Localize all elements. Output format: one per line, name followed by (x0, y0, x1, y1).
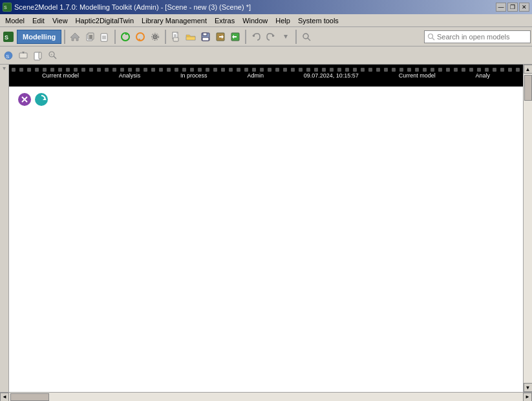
t2-icon1-button[interactable]: S (1, 48, 16, 63)
toolbar-sep-5 (295, 30, 297, 44)
svg-point-33 (303, 34, 308, 39)
teal-circle-button[interactable] (35, 93, 48, 106)
film-label-analysis: Analysis (119, 72, 141, 79)
hscroll-thumb[interactable] (10, 393, 49, 401)
undo-button[interactable] (249, 30, 263, 44)
toolbar-nav2-group (249, 30, 293, 44)
arrow-down-button[interactable] (279, 30, 293, 44)
title-controls[interactable]: — ❐ ✕ (496, 3, 529, 12)
scroll-track[interactable] (524, 74, 533, 383)
svg-line-45 (54, 56, 56, 59)
svg-line-34 (308, 38, 310, 41)
menu-haptic2digitaltwin[interactable]: Haptic2DigitalTwin (72, 15, 138, 26)
canvas-body (9, 87, 523, 392)
svg-rect-39 (19, 53, 27, 58)
toolbar-refresh-group (118, 30, 162, 44)
film-strip: Current model Analysis In process Admin … (9, 65, 523, 87)
svg-point-18 (154, 36, 156, 37)
menu-bar: Model Edit View Haptic2DigitalTwin Libra… (0, 14, 532, 27)
svg-rect-24 (186, 37, 195, 40)
svg-rect-26 (203, 33, 207, 36)
film-label-current-model2: Current model (399, 72, 436, 79)
toolbar-nav-group (68, 30, 112, 44)
scroll-right-button[interactable]: ► (523, 393, 532, 402)
svg-rect-43 (39, 52, 41, 59)
t2-icon4-button[interactable]: + (46, 48, 60, 63)
modelling-button[interactable]: Modelling (17, 30, 61, 44)
film-label-analy: Analy (475, 72, 490, 79)
scroll-down-button[interactable]: ▼ (524, 383, 533, 392)
menu-model[interactable]: Model (1, 15, 28, 26)
toolbar2-group: S + (1, 48, 60, 63)
scroll-thumb[interactable] (524, 75, 532, 101)
refresh-orange-button[interactable] (133, 30, 147, 44)
menu-help[interactable]: Help (271, 15, 294, 26)
scroll-up-button[interactable]: ▲ (524, 65, 533, 74)
import-button[interactable] (228, 30, 242, 44)
toolbar-sep-4 (245, 30, 246, 44)
minimize-button[interactable]: — (496, 3, 506, 12)
title-bar: S Scene2Model 1.7.0: Modelling Toolkit (… (0, 0, 532, 14)
film-label-admin: Admin (247, 72, 264, 79)
hscroll-track[interactable] (9, 393, 523, 402)
gear-button[interactable] (148, 30, 162, 44)
film-label-datetime: 09.07.2024, 10:15:57 (304, 72, 359, 79)
film-label-current-model: Current model (42, 72, 79, 79)
menu-extras[interactable]: Extras (211, 15, 239, 26)
svg-marker-32 (284, 35, 288, 39)
svg-text:S: S (4, 5, 7, 10)
copy-button[interactable] (83, 30, 97, 44)
close-button[interactable]: ✕ (519, 3, 529, 12)
toolbar-2: S + (0, 46, 532, 65)
save-button[interactable] (198, 30, 213, 44)
film-label-in-process: In process (180, 72, 207, 79)
menu-window[interactable]: Window (239, 15, 271, 26)
t2-icon2-button[interactable] (16, 48, 30, 63)
page-icon-button[interactable] (169, 30, 183, 44)
restore-button[interactable]: ❐ (507, 3, 518, 12)
window-title: Scene2Model 1.7.0: Modelling Toolkit (Ad… (14, 3, 251, 11)
search-magnifier-button[interactable] (299, 30, 314, 44)
left-bar-scroll-up[interactable]: ▲ (1, 66, 7, 72)
svg-rect-23 (173, 37, 178, 41)
title-bar-left: S Scene2Model 1.7.0: Modelling Toolkit (… (3, 3, 251, 12)
canvas-container: Current model Analysis In process Admin … (9, 65, 523, 392)
svg-point-35 (429, 34, 433, 38)
svg-text:S: S (5, 34, 8, 41)
main-wrapper: ▲ (0, 65, 532, 401)
left-panel: ▲ (0, 65, 9, 392)
menu-library-management[interactable]: Library Management (138, 15, 211, 26)
menu-system-tools[interactable]: System tools (294, 15, 343, 26)
toolbar-1: S Modelling (0, 27, 532, 46)
search-box[interactable] (424, 30, 531, 43)
toolbar-file-group (169, 30, 242, 44)
toolbar-sep-3 (165, 30, 166, 44)
purple-circle-button[interactable] (18, 93, 31, 106)
search-input[interactable] (437, 33, 527, 41)
main-area: ▲ (0, 65, 532, 392)
scroll-left-button[interactable]: ◄ (0, 393, 9, 402)
redo-button[interactable] (264, 30, 278, 44)
toolbar-sep-2 (114, 30, 116, 44)
canvas-icons (18, 93, 48, 106)
svg-line-36 (432, 38, 434, 40)
svg-text:+: + (50, 52, 53, 56)
bottom-scrollbar: ◄ ► (0, 392, 532, 401)
pages-button[interactable] (98, 30, 112, 44)
home-button[interactable] (68, 30, 82, 44)
refresh-green-button[interactable] (118, 30, 133, 44)
t2-icon3-button[interactable] (31, 48, 45, 63)
open-folder-button[interactable] (184, 30, 198, 44)
menu-view[interactable]: View (48, 15, 72, 26)
svg-rect-27 (202, 37, 209, 41)
menu-edit[interactable]: Edit (28, 15, 48, 26)
right-scrollbar: ▲ ▼ (523, 65, 532, 392)
svg-marker-4 (70, 33, 80, 41)
film-labels: Current model Analysis In process Admin … (9, 65, 523, 87)
toolbar-sep-1 (64, 30, 65, 44)
export-button[interactable] (213, 30, 228, 44)
app-icon: S (3, 3, 12, 12)
app-toolbar-icon[interactable]: S (1, 30, 16, 44)
svg-text:S: S (6, 54, 9, 59)
